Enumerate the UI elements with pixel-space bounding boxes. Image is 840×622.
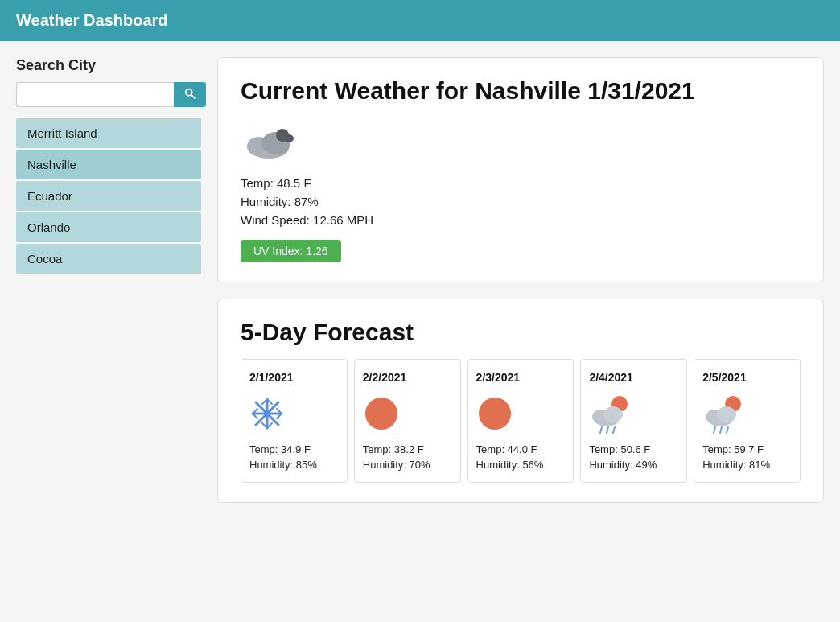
forecast-humidity-3: Humidity: 56% <box>476 459 566 471</box>
city-list: Merritt Island Nashville Ecuador Orlando… <box>16 118 201 274</box>
forecast-date-3: 2/3/2021 <box>476 371 566 384</box>
svg-point-11 <box>264 410 270 417</box>
forecast-day-3: 2/3/2021 Temp: 44.0 F Humidity: 56% <box>467 359 574 483</box>
app-header: Weather Dashboard <box>0 0 840 41</box>
uv-index-badge: UV Index: 1.26 <box>241 240 341 262</box>
sun-icon-2 <box>363 395 400 432</box>
forecast-icon-4 <box>589 393 678 434</box>
forecast-temp-1: Temp: 34.9 F <box>249 443 339 455</box>
forecast-icon-3 <box>476 393 566 434</box>
forecast-day-4: 2/4/2021 <box>580 359 687 483</box>
city-item-nashville[interactable]: Nashville <box>16 150 201 179</box>
search-label: Search City <box>16 57 201 74</box>
search-icon <box>183 87 196 100</box>
current-weather-icon <box>241 117 801 165</box>
svg-line-35 <box>727 427 728 433</box>
forecast-temp-3: Temp: 44.0 F <box>476 443 566 455</box>
forecast-temp-2: Temp: 38.2 F <box>363 443 452 455</box>
forecast-humidity-4: Humidity: 49% <box>589 459 678 471</box>
forecast-date-2: 2/2/2021 <box>363 371 452 384</box>
svg-point-21 <box>479 398 511 430</box>
forecast-icon-2 <box>363 393 452 434</box>
forecast-day-2: 2/2/2021 Temp: 38.2 F Humidity: 70% <box>354 359 461 483</box>
forecast-card: 5-Day Forecast 2/1/2021 <box>217 299 824 503</box>
current-weather-title: Current Weather for Nashville 1/31/2021 <box>241 77 801 105</box>
app-title: Weather Dashboard <box>16 11 168 29</box>
forecast-date-4: 2/4/2021 <box>589 371 678 384</box>
svg-point-32 <box>717 406 736 422</box>
svg-line-34 <box>720 427 722 433</box>
search-button[interactable] <box>174 82 206 107</box>
city-item-cocoa[interactable]: Cocoa <box>16 244 201 274</box>
svg-line-33 <box>714 427 715 433</box>
city-item-ecuador[interactable]: Ecuador <box>16 181 201 211</box>
content-area: Current Weather for Nashville 1/31/2021 … <box>217 57 824 503</box>
svg-line-28 <box>613 427 615 433</box>
forecast-title: 5-Day Forecast <box>241 319 801 346</box>
forecast-date-5: 2/5/2021 <box>702 371 792 384</box>
current-humidity: Humidity: 87% <box>241 195 801 208</box>
search-row <box>16 82 201 107</box>
svg-line-27 <box>607 427 608 433</box>
svg-point-25 <box>603 406 623 422</box>
current-temp: Temp: 48.5 F <box>241 176 801 190</box>
forecast-icon-1 <box>249 393 339 434</box>
forecast-date-1: 2/1/2021 <box>249 371 339 384</box>
snow-icon <box>249 396 285 431</box>
main-layout: Search City Merritt Island Nashville Ecu… <box>0 41 840 519</box>
forecast-grid: 2/1/2021 <box>241 359 801 483</box>
sun-icon-3 <box>476 395 513 432</box>
svg-point-20 <box>365 398 397 430</box>
svg-line-1 <box>191 95 195 98</box>
forecast-humidity-5: Humidity: 81% <box>702 459 792 471</box>
forecast-temp-4: Temp: 50.6 F <box>589 443 678 455</box>
cloud-rain-sun-icon-5 <box>702 393 744 435</box>
forecast-icon-5 <box>702 393 792 434</box>
current-weather-card: Current Weather for Nashville 1/31/2021 … <box>217 57 824 282</box>
city-item-merritt-island[interactable]: Merritt Island <box>16 118 201 148</box>
forecast-day-5: 2/5/2021 <box>694 359 801 483</box>
forecast-temp-5: Temp: 59.7 F <box>702 443 792 455</box>
forecast-day-1: 2/1/2021 <box>241 359 348 483</box>
sidebar: Search City Merritt Island Nashville Ecu… <box>16 57 201 503</box>
svg-point-6 <box>284 134 294 142</box>
forecast-humidity-2: Humidity: 70% <box>363 459 452 471</box>
city-item-orlando[interactable]: Orlando <box>16 212 201 242</box>
cloud-night-icon <box>241 117 297 162</box>
svg-line-26 <box>600 427 602 433</box>
search-input[interactable] <box>16 82 174 107</box>
cloud-rain-sun-icon-4 <box>589 393 631 435</box>
current-wind-speed: Wind Speed: 12.66 MPH <box>241 213 801 227</box>
forecast-humidity-1: Humidity: 85% <box>249 459 339 471</box>
